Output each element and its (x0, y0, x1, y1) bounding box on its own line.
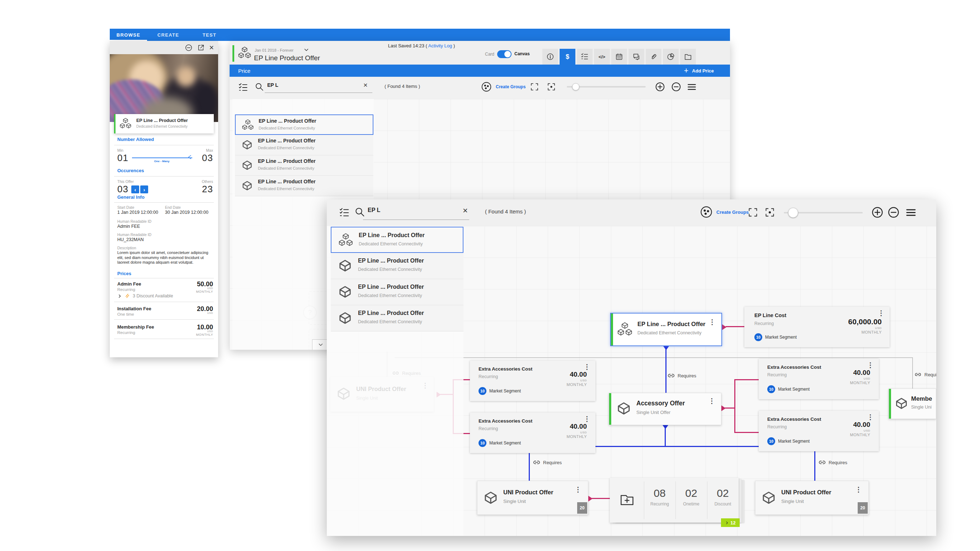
result-subtitle: Dedicated Ethernet Connectivity (358, 293, 422, 298)
zoom-slider-knob[interactable] (572, 83, 579, 91)
search-result-item[interactable]: EP Line ... Product Offer Dedicated Ethe… (331, 305, 463, 331)
search-result-item[interactable]: EP Line ... Product Offer Dedicated Ethe… (331, 227, 463, 253)
extra-accessories-cost-card[interactable]: ⋮ Extra Accessories Cost Recurring 40.00… (759, 411, 879, 451)
selected-offer-card[interactable]: EP Line ... Product Offer Dedicated Ethe… (114, 114, 214, 134)
attachments-tab-button[interactable] (646, 49, 662, 65)
menu-icon[interactable] (905, 207, 916, 218)
card-menu-icon[interactable]: ⋮ (867, 414, 874, 420)
search-result-item[interactable]: EP Line ... Product Offer Dedicated Ethe… (235, 115, 374, 135)
clear-search-icon[interactable]: × (463, 205, 468, 216)
card-menu-icon[interactable]: ⋮ (584, 416, 590, 422)
result-title: EP Line ... Product Offer (258, 138, 316, 143)
comments-tab-button[interactable] (628, 49, 644, 65)
node-title: UNI Product Offer (503, 489, 553, 496)
extra-accessories-cost-card[interactable]: ⋮ Extra Accessories Cost Recurring 40.00… (470, 360, 595, 401)
hrid-label: Human Readable ID (117, 219, 151, 223)
card-menu-icon[interactable]: ⋮ (878, 310, 885, 316)
minimize-icon[interactable] (185, 44, 192, 52)
zoom-out-icon[interactable] (887, 206, 900, 219)
fit-to-center-icon[interactable] (547, 83, 556, 91)
chevron-down-icon[interactable] (303, 47, 310, 53)
price-tab-button[interactable]: $ (560, 49, 575, 65)
node-menu-icon[interactable]: ⋮ (708, 398, 715, 404)
range-line[interactable] (132, 158, 192, 158)
divider (114, 202, 214, 203)
card-menu-icon[interactable]: ⋮ (584, 363, 590, 370)
segment-count-badge: 10 (479, 387, 487, 395)
search-result-item[interactable]: EP Line ... Product Offer Dedicated Ethe… (331, 279, 463, 305)
result-title: EP Line ... Product Offer (359, 232, 425, 239)
extra-accessories-cost-card[interactable]: ⋮ Extra Accessories Cost Recurring 40.00… (470, 412, 595, 453)
node-menu-icon[interactable]: ⋮ (855, 486, 862, 493)
price-period: MONTHLY (196, 333, 213, 336)
fullscreen-icon[interactable] (748, 207, 758, 217)
tab-browse[interactable]: BROWSE (110, 29, 147, 41)
zoom-in-icon[interactable] (655, 81, 665, 92)
folder-plus-icon (619, 492, 635, 508)
filter-list-icon[interactable] (339, 207, 350, 218)
tab-create[interactable]: CREATE (147, 29, 189, 41)
discount-available-row[interactable]: 3 Discount Available (117, 293, 173, 298)
create-groups-button[interactable]: Create Groups (496, 84, 525, 89)
occurrence-prev-button[interactable]: ‹ (131, 185, 139, 193)
range-label: One - Many (142, 160, 181, 163)
search-result-item[interactable]: EP Line ... Product Offer Dedicated Ethe… (235, 176, 374, 196)
search-result-item[interactable]: EP Line ... Product Offer Dedicated Ethe… (235, 155, 374, 176)
connector-line (725, 408, 735, 409)
uni-product-offer-node[interactable]: UNI Product Offer Single Unit ⋮ 20 (755, 481, 869, 515)
calendar-tab-button[interactable] (611, 49, 627, 65)
zoom-out-icon[interactable] (671, 81, 682, 92)
create-groups-button[interactable]: Create Groups (716, 210, 749, 215)
card-canvas-toggle[interactable] (497, 50, 512, 58)
groups-icon[interactable] (480, 81, 492, 92)
fit-to-center-icon[interactable] (765, 207, 775, 217)
search-result-item[interactable]: EP Line ... Product Offer Dedicated Ethe… (331, 253, 463, 279)
result-title: EP Line ... Product Offer (258, 178, 316, 185)
general-info-heading: General Info (117, 194, 145, 200)
requires-label: Requires (924, 372, 936, 377)
files-tab-button[interactable] (680, 49, 696, 65)
close-icon[interactable]: × (209, 44, 214, 52)
price-type: Recurring (117, 287, 135, 291)
uni-product-offer-node[interactable]: UNI Product Offer Single Unit ⋮ 20 (477, 481, 588, 515)
market-segment-row: 10 Market Segment (754, 333, 797, 341)
search-icon (255, 82, 264, 91)
info-tab-button[interactable] (542, 49, 558, 65)
ep-line-cost-card[interactable]: ⋮ EP Line Cost Recurring 60,000.00 USD M… (745, 307, 889, 347)
node-menu-icon[interactable]: ⋮ (575, 486, 581, 493)
fullscreen-icon[interactable] (530, 83, 539, 91)
reports-tab-button[interactable] (663, 49, 679, 65)
tab-test[interactable]: TEST (189, 29, 229, 41)
add-price-button[interactable]: + Add Price (684, 67, 714, 75)
code-tab-button[interactable]: </> (594, 49, 610, 65)
ep-line-offer-node[interactable]: EP Line ... Product Offer Dedicated Ethe… (610, 313, 722, 346)
membership-offer-node[interactable]: Membe Single Uni (889, 389, 936, 419)
open-external-icon[interactable] (197, 44, 205, 52)
search-input[interactable] (367, 207, 462, 214)
price-stack-card[interactable]: 08 Recurring 02 Onetime 02 Discount (610, 478, 738, 523)
occurrence-next-button[interactable]: › (140, 185, 148, 193)
segment-count-badge: 10 (767, 385, 775, 393)
divider (114, 302, 214, 302)
price-canvas[interactable]: Requires Requires Requires Requires UNI … (327, 226, 936, 536)
clear-search-icon[interactable]: × (363, 81, 368, 89)
node-subtitle: Single Unit Offer (636, 410, 670, 415)
segment-label: Market Segment (489, 389, 521, 393)
card-menu-icon[interactable]: ⋮ (867, 361, 874, 368)
node-menu-icon[interactable]: ⋮ (709, 318, 716, 325)
accessory-offer-node[interactable]: Accessory Offer Single Unit Offer ⋮ (609, 393, 721, 425)
search-result-item[interactable]: EP Line ... Product Offer Dedicated Ethe… (235, 135, 374, 155)
groups-icon[interactable] (700, 205, 713, 219)
zoom-slider-knob[interactable] (788, 208, 798, 218)
expand-stack-badge[interactable]: 12 (721, 518, 740, 527)
zoom-in-icon[interactable] (871, 206, 884, 219)
price-period: MONTHLY (196, 290, 213, 293)
activity-log-link[interactable]: Activity Log (428, 43, 452, 48)
menu-icon[interactable] (687, 82, 697, 92)
filter-list-icon[interactable] (238, 83, 248, 92)
offer-icon (338, 259, 352, 273)
cost-title: Extra Accessories Cost (479, 418, 532, 424)
attributes-tab-button[interactable] (577, 49, 593, 65)
extra-accessories-cost-card[interactable]: ⋮ Extra Accessories Cost Recurring 40.00… (759, 359, 879, 399)
search-input[interactable] (267, 82, 361, 88)
